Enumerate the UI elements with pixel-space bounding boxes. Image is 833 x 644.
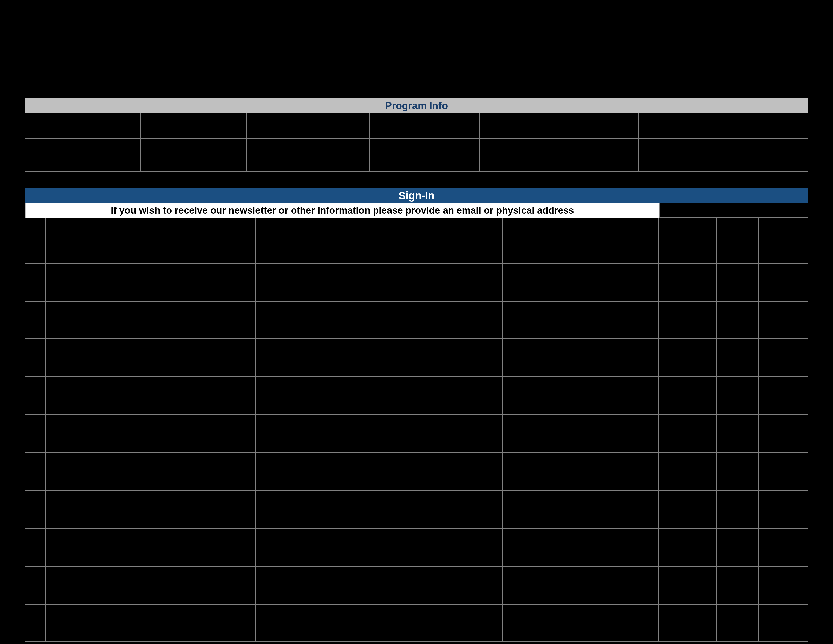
sign-in-cell[interactable] [717, 263, 758, 301]
sign-in-cell[interactable] [659, 415, 717, 452]
sign-in-cell[interactable] [26, 218, 46, 263]
program-info-cell[interactable] [480, 113, 638, 138]
program-info-cell[interactable] [638, 138, 807, 171]
program-info-header: Program Info [26, 98, 807, 113]
sign-in-cell[interactable] [758, 263, 807, 301]
sign-in-cell[interactable] [256, 218, 503, 263]
program-info-row [26, 113, 807, 138]
sign-in-cell[interactable] [26, 452, 46, 491]
sign-in-cell[interactable] [503, 528, 659, 566]
program-info-cell[interactable] [140, 138, 247, 171]
sign-in-cell[interactable] [503, 339, 659, 377]
sign-in-cell[interactable] [46, 491, 256, 528]
sign-in-cell[interactable] [46, 528, 256, 566]
sign-in-cell[interactable] [659, 604, 717, 642]
sign-in-cell[interactable] [26, 566, 46, 604]
sign-in-cell[interactable] [503, 377, 659, 415]
sign-in-cell[interactable] [26, 528, 46, 566]
sign-in-cell[interactable] [46, 377, 256, 415]
program-info-cell[interactable] [26, 138, 140, 171]
sign-in-cell[interactable] [46, 301, 256, 339]
program-info-cell[interactable] [480, 138, 638, 171]
sign-in-cell[interactable] [26, 415, 46, 452]
sign-in-cell[interactable] [659, 218, 717, 263]
sign-in-cell[interactable] [503, 301, 659, 339]
sign-in-cell[interactable] [659, 301, 717, 339]
sign-in-cell[interactable] [758, 604, 807, 642]
program-info-cell[interactable] [370, 113, 480, 138]
sign-in-cell[interactable] [758, 218, 807, 263]
sign-in-cell[interactable] [256, 301, 503, 339]
sign-in-row [26, 218, 807, 263]
sign-in-cell[interactable] [46, 566, 256, 604]
program-info-cell[interactable] [370, 138, 480, 171]
program-info-cell[interactable] [247, 113, 370, 138]
sign-in-cell[interactable] [717, 452, 758, 491]
sign-in-cell[interactable] [256, 566, 503, 604]
sign-in-cell[interactable] [659, 263, 717, 301]
sign-in-cell[interactable] [758, 528, 807, 566]
sign-in-row [26, 491, 807, 528]
sign-in-cell[interactable] [46, 218, 256, 263]
sign-in-cell[interactable] [256, 415, 503, 452]
program-info-cell[interactable] [140, 113, 247, 138]
section-gap [26, 172, 807, 188]
sign-in-header-label: Sign-In [399, 190, 434, 202]
sign-in-cell[interactable] [256, 339, 503, 377]
program-info-header-label: Program Info [385, 100, 448, 111]
sign-in-cell[interactable] [659, 452, 717, 491]
sign-in-cell[interactable] [758, 339, 807, 377]
sign-in-cell[interactable] [717, 218, 758, 263]
sign-in-cell[interactable] [503, 218, 659, 263]
sign-in-cell[interactable] [46, 339, 256, 377]
sign-in-cell[interactable] [256, 263, 503, 301]
sign-in-cell[interactable] [717, 528, 758, 566]
sign-in-cell[interactable] [758, 415, 807, 452]
sign-in-cell[interactable] [26, 301, 46, 339]
sign-in-cell[interactable] [758, 301, 807, 339]
sign-in-cell[interactable] [26, 377, 46, 415]
sign-in-cell[interactable] [758, 452, 807, 491]
sign-in-cell[interactable] [503, 415, 659, 452]
sign-in-cell[interactable] [659, 528, 717, 566]
sign-in-cell[interactable] [46, 604, 256, 642]
sign-in-cell[interactable] [717, 377, 758, 415]
program-info-cell[interactable] [247, 138, 370, 171]
sign-in-cell[interactable] [46, 415, 256, 452]
sign-in-cell[interactable] [659, 566, 717, 604]
sign-in-cell[interactable] [659, 377, 717, 415]
sign-in-cell[interactable] [758, 566, 807, 604]
program-info-cell[interactable] [638, 113, 807, 138]
sign-in-cell[interactable] [256, 528, 503, 566]
sign-in-cell[interactable] [717, 604, 758, 642]
sign-in-cell[interactable] [256, 491, 503, 528]
sign-in-cell[interactable] [758, 377, 807, 415]
sign-in-cell[interactable] [26, 339, 46, 377]
sign-in-cell[interactable] [46, 452, 256, 491]
sign-in-cell[interactable] [503, 452, 659, 491]
sign-in-cell[interactable] [503, 263, 659, 301]
newsletter-note-text: If you wish to receive our newsletter or… [111, 205, 574, 216]
sign-in-cell[interactable] [717, 415, 758, 452]
sign-in-cell[interactable] [26, 491, 46, 528]
sign-in-cell[interactable] [503, 604, 659, 642]
sign-in-cell[interactable] [503, 491, 659, 528]
sign-in-cell[interactable] [717, 301, 758, 339]
program-info-cell[interactable] [26, 113, 140, 138]
sign-in-cell[interactable] [717, 566, 758, 604]
sign-in-cell[interactable] [717, 339, 758, 377]
sign-in-cell[interactable] [46, 263, 256, 301]
sign-in-cell[interactable] [659, 491, 717, 528]
sign-in-cell[interactable] [659, 339, 717, 377]
sign-in-row [26, 604, 807, 642]
sign-in-cell[interactable] [256, 452, 503, 491]
sign-in-cell[interactable] [256, 377, 503, 415]
sign-in-row [26, 263, 807, 301]
newsletter-note-row: If you wish to receive our newsletter or… [26, 203, 807, 218]
sign-in-cell[interactable] [26, 604, 46, 642]
sign-in-cell[interactable] [503, 566, 659, 604]
sign-in-cell[interactable] [758, 491, 807, 528]
sign-in-cell[interactable] [717, 491, 758, 528]
sign-in-cell[interactable] [26, 263, 46, 301]
sign-in-cell[interactable] [256, 604, 503, 642]
